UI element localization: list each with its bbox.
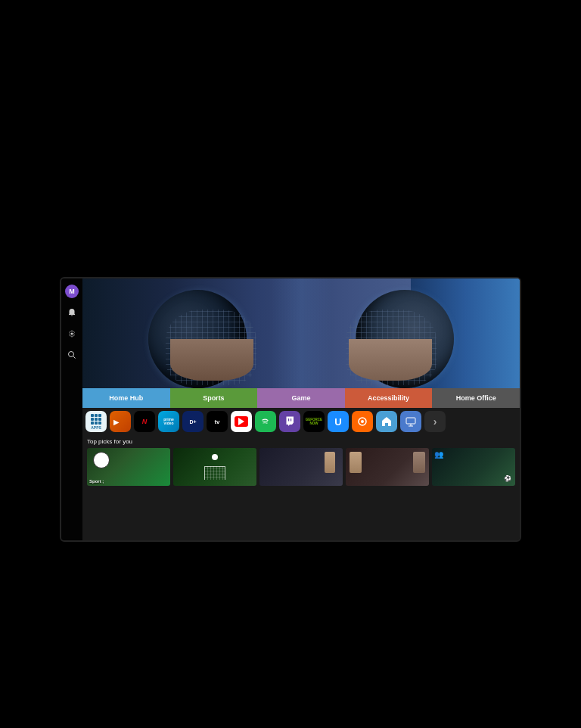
boxer-figure-1 xyxy=(350,452,362,473)
svg-point-1 xyxy=(69,352,74,357)
tab-accessibility[interactable]: Accessibility xyxy=(345,388,433,408)
svg-rect-9 xyxy=(406,418,415,424)
more-apps-button[interactable]: › xyxy=(424,411,446,432)
hero-area xyxy=(82,278,520,388)
hero-image xyxy=(82,278,520,388)
svg-text:▶: ▶ xyxy=(113,418,120,426)
geforce-now-app[interactable]: GEFORCENOW xyxy=(303,411,325,432)
monitor-app[interactable] xyxy=(400,411,421,432)
boxer-figure-2 xyxy=(413,452,425,473)
face-left xyxy=(170,339,253,381)
prime-video-app[interactable]: primevideo xyxy=(158,411,179,432)
soccer-ball-2 xyxy=(212,454,218,460)
tab-game[interactable]: Game xyxy=(257,388,345,408)
svg-point-8 xyxy=(361,420,364,423)
goal-net xyxy=(204,466,225,480)
tab-home-hub[interactable]: Home Hub xyxy=(82,388,170,408)
top-picks-label: Top picks for you xyxy=(87,438,515,445)
search-icon[interactable] xyxy=(65,348,79,362)
avatar[interactable]: M xyxy=(65,285,79,298)
circle-app[interactable] xyxy=(352,411,373,432)
netflix-app[interactable]: N xyxy=(134,411,155,432)
main-content: Home Hub Sports Game Accessibility Home … xyxy=(82,278,520,540)
svg-rect-5 xyxy=(288,418,289,422)
soccer-ball xyxy=(93,452,110,468)
tv-frame: M xyxy=(60,277,521,542)
svg-rect-6 xyxy=(290,418,291,422)
pick-boxing[interactable] xyxy=(346,448,429,486)
picks-row: Sport ; 👥 ⚽ xyxy=(87,448,515,486)
svg-point-0 xyxy=(71,333,73,335)
viaplay-app[interactable]: ▶ xyxy=(110,411,131,432)
face-right xyxy=(349,339,432,381)
bell-icon[interactable] xyxy=(65,306,79,319)
spotify-app[interactable] xyxy=(255,411,276,432)
football-field: ⚽ xyxy=(504,475,511,482)
sport-label: Sport ; xyxy=(89,479,104,484)
uplay-app[interactable]: U xyxy=(328,411,349,432)
glow-center xyxy=(271,278,331,388)
handball-figure xyxy=(325,452,335,473)
svg-line-2 xyxy=(73,356,76,359)
apple-tv-app[interactable]: tv xyxy=(207,411,228,432)
disney-plus-app[interactable]: D+ xyxy=(182,411,204,432)
tab-home-office[interactable]: Home Office xyxy=(432,388,520,408)
settings-icon[interactable] xyxy=(65,327,79,341)
football-players: 👥 xyxy=(434,450,443,459)
pick-soccer[interactable]: Sport ; xyxy=(87,448,170,486)
tab-sports[interactable]: Sports xyxy=(170,388,258,408)
top-picks-section: Top picks for you Sport ; xyxy=(82,435,520,540)
youtube-app[interactable] xyxy=(231,411,252,432)
pick-handball[interactable] xyxy=(259,448,343,486)
smart-home-app[interactable] xyxy=(376,411,397,432)
pick-football[interactable]: 👥 ⚽ xyxy=(432,448,515,486)
nav-tabs: Home Hub Sports Game Accessibility Home … xyxy=(82,388,520,408)
svg-point-4 xyxy=(260,416,271,427)
all-apps-button[interactable]: APPS xyxy=(85,411,107,432)
pick-goal[interactable] xyxy=(173,448,256,486)
sidebar: M xyxy=(61,278,82,540)
apps-row: APPS ▶ N primevideo D+ xyxy=(82,408,520,435)
twitch-app[interactable] xyxy=(279,411,300,432)
